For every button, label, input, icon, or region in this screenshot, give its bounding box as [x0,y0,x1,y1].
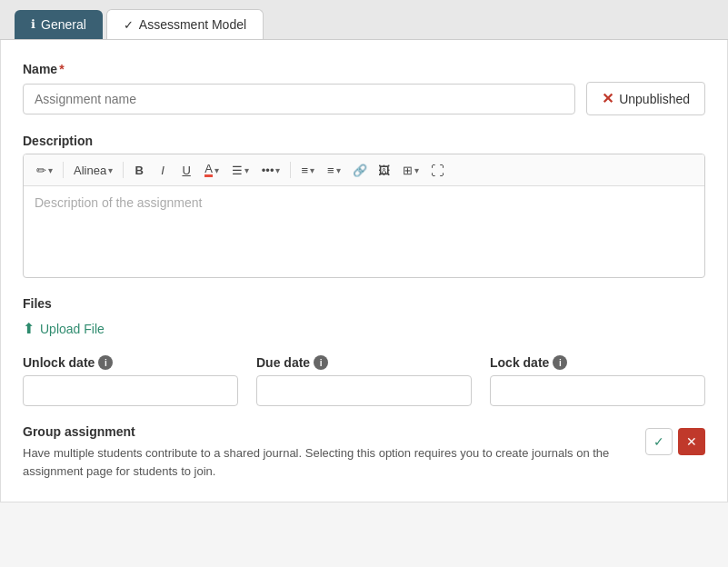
italic-label: I [161,164,165,177]
lock-date-label: Lock date i [490,355,705,370]
fullscreen-icon: ⛶ [431,163,444,178]
unlock-date-field: Unlock date i [23,355,238,406]
link-button[interactable]: 🔗 [348,158,372,182]
tab-general-label: General [41,17,86,32]
toolbar-separator-3 [290,162,291,178]
group-assignment-confirm-button[interactable]: ✓ [645,428,673,455]
description-label: Description [23,134,705,148]
bullet-list-icon: ≡ [301,164,308,177]
group-assignment-cancel-button[interactable]: ✕ [678,428,705,455]
italic-button[interactable]: I [152,158,174,182]
group-assignment-title: Group assignment [23,424,645,439]
upload-icon: ⬆ [23,320,35,337]
toolbar-separator-1 [63,162,64,178]
check-confirm-icon: ✓ [653,434,664,449]
image-button[interactable]: 🖼 [374,158,395,182]
status-x-icon: ✕ [602,90,613,107]
tab-bar: ℹ General ✓ Assessment Model [0,0,728,40]
chevron-down-icon: ▾ [48,165,53,175]
chevron-down-icon-8: ▾ [414,165,419,175]
align-icon: ☰ [232,164,243,177]
unlock-date-label: Unlock date i [23,355,238,370]
fullscreen-button[interactable]: ⛶ [426,158,449,182]
numbered-list-icon: ≡ [327,164,334,177]
due-date-info-icon[interactable]: i [314,355,328,370]
due-date-input[interactable] [256,375,472,406]
underline-label: U [182,164,190,177]
chevron-down-icon-2: ▾ [108,165,113,175]
lock-date-info-icon[interactable]: i [553,355,567,370]
unlock-date-info-icon[interactable]: i [98,355,113,370]
link-icon: 🔗 [353,164,367,177]
underline-button[interactable]: U [175,158,197,182]
check-icon: ✓ [124,18,134,32]
status-label: Unpublished [619,92,690,106]
lock-date-input[interactable] [490,375,705,406]
x-cancel-icon: ✕ [686,434,697,449]
name-row: ✕ Unpublished [23,82,705,115]
date-row: Unlock date i Due date i Lock date i [23,355,705,406]
tab-assessment-model-label: Assessment Model [139,17,246,32]
name-label: Name * [23,62,705,76]
chevron-down-icon-3: ▾ [214,165,219,175]
chevron-down-icon-5: ▾ [275,165,280,175]
form-content: Name * ✕ Unpublished Description ✏ ▾ [0,40,728,502]
upload-file-button[interactable]: ⬆ Upload File [23,320,105,337]
text-color-dropdown[interactable]: A ▾ [199,158,224,182]
rich-text-editor: ✏ ▾ Alinea ▾ B I [23,154,705,278]
tab-assessment-model[interactable]: ✓ Assessment Model [106,9,264,39]
table-icon: ⊞ [403,164,413,177]
image-icon: 🖼 [378,164,390,177]
info-icon: ℹ [31,17,35,31]
lock-date-field: Lock date i [490,355,705,406]
edit-tool-dropdown[interactable]: ✏ ▾ [31,158,58,182]
text-color-icon: A [204,163,213,177]
bullet-list-dropdown[interactable]: ≡ ▾ [295,158,320,182]
numbered-list-dropdown[interactable]: ≡ ▾ [322,158,346,182]
assignment-name-input[interactable] [23,84,575,114]
editor-body[interactable]: Description of the assignment [24,186,704,277]
bold-button[interactable]: B [128,158,150,182]
description-section: Description ✏ ▾ Alinea ▾ B [23,134,705,278]
toolbar-separator-2 [123,162,124,178]
editor-toolbar: ✏ ▾ Alinea ▾ B I [24,154,704,186]
font-name-label: Alinea [74,164,106,177]
table-dropdown[interactable]: ⊞ ▾ [397,158,424,182]
more-icon: ••• [262,164,274,177]
more-dropdown[interactable]: ••• ▾ [256,158,286,182]
pencil-icon: ✏ [36,164,46,177]
chevron-down-icon-6: ▾ [310,165,314,175]
group-assignment-actions: ✓ ✕ [645,428,705,455]
status-badge[interactable]: ✕ Unpublished [586,82,705,115]
chevron-down-icon-7: ▾ [336,165,341,175]
files-section: Files ⬆ Upload File [23,296,705,337]
files-label: Files [23,296,705,311]
bold-label: B [135,164,143,177]
unlock-date-input[interactable] [23,375,238,406]
due-date-field: Due date i [256,355,472,406]
font-dropdown[interactable]: Alinea ▾ [68,158,118,182]
group-assignment-left: Group assignment Have multiple students … [23,424,645,480]
group-assignment-desc: Have multiple students contribute to a s… [23,444,645,480]
upload-label: Upload File [40,322,105,336]
tab-general[interactable]: ℹ General [15,10,103,39]
required-marker: * [59,62,64,76]
due-date-label: Due date i [256,355,472,370]
chevron-down-icon-4: ▾ [244,165,249,175]
description-placeholder: Description of the assignment [35,195,202,210]
group-assignment-section: Group assignment Have multiple students … [23,424,705,480]
align-dropdown[interactable]: ☰ ▾ [226,158,254,182]
name-section: Name * ✕ Unpublished [23,62,705,115]
